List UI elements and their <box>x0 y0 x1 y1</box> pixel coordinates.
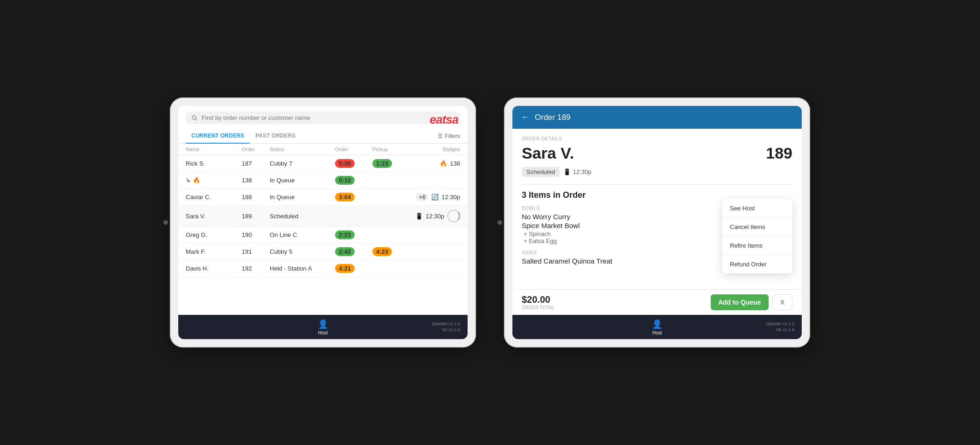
host-button-right[interactable]: 👤 Host <box>652 319 662 335</box>
right-tablet-content: ← Order 189 ORDER DETAILS Sara V. 189 Sc… <box>512 106 802 339</box>
search-input[interactable] <box>202 114 342 121</box>
customer-name: Sara V. <box>522 144 574 162</box>
row-order-badge: 0:10 <box>335 176 372 185</box>
add-to-queue-button[interactable]: Add to Queue <box>711 294 769 310</box>
left-tablet: eatsa CURRENT ORDERS PAST ORDERS ☰ Filte… <box>170 97 476 348</box>
redirect-icon: ↳ <box>186 177 191 184</box>
row-name: Caviar C. <box>186 194 242 201</box>
total-section: $20.00 ORDER TOTAL <box>522 294 554 310</box>
bottom-bar-right: 👤 Host OpsMan v1.1.0SK v1.2.8 <box>512 315 802 339</box>
row-status: In Queue <box>270 194 335 201</box>
pickup-time: 12:30p <box>441 194 460 201</box>
col-badges: Badges <box>410 146 460 152</box>
right-tablet-screen: ← Order 189 ORDER DETAILS Sara V. 189 Sc… <box>512 106 802 339</box>
version-text-right: OpsMan v1.1.0SK v1.2.8 <box>766 321 794 333</box>
row-name: Sara V. <box>186 213 242 220</box>
col-name: Name <box>186 146 242 152</box>
row-order-num: 138 <box>242 177 270 184</box>
right-tablet: ← Order 189 ORDER DETAILS Sara V. 189 Sc… <box>504 97 810 348</box>
order-detail-header: ← Order 189 <box>512 106 802 129</box>
table-row[interactable]: Rick S. 187 Cubby 7 5:30 1:23 🔥 138 <box>178 155 468 172</box>
table-row[interactable]: Sara V. 189 Scheduled 📱 12:30p <box>178 206 468 227</box>
host-button[interactable]: 👤 Host <box>318 319 328 335</box>
tab-current-orders[interactable]: CURRENT ORDERS <box>186 129 250 144</box>
pickup-time-badge: 4:23 <box>372 247 392 256</box>
phone-icon-small: 📱 <box>563 168 571 175</box>
row-order-num: 192 <box>242 265 270 272</box>
badge-count: 138 <box>450 160 460 167</box>
filters-button[interactable]: ☰ Filters <box>438 133 460 139</box>
row-pickup-badge: 4:23 <box>372 247 410 256</box>
order-details-label: ORDER DETAILS <box>522 136 792 141</box>
row-name: Davis H. <box>186 265 242 272</box>
col-status: Status <box>270 146 335 152</box>
x-button[interactable]: X <box>772 294 792 310</box>
search-icon <box>191 115 198 121</box>
order-time-badge: 2:42 <box>335 247 355 256</box>
pickup-time-badge: 1:23 <box>372 159 392 168</box>
host-label-right: Host <box>652 330 662 335</box>
col-order: Order <box>242 146 270 152</box>
order-time-badge: 0:10 <box>335 176 355 185</box>
refresh-icon: 🔄 <box>431 194 439 201</box>
search-bar[interactable] <box>186 111 460 124</box>
order-tags: Scheduled 📱 12:30p <box>522 167 792 177</box>
host-label: Host <box>318 330 328 335</box>
row-order-badge: 5:30 <box>335 159 372 168</box>
back-button[interactable]: ← <box>521 112 529 122</box>
row-status: Cubby 5 <box>270 248 335 255</box>
row-order-num: 191 <box>242 248 270 255</box>
table-row[interactable]: Mark F. 191 Cubby 5 2:42 4:23 <box>178 243 468 260</box>
pickup-time: 12:30p <box>426 213 444 220</box>
version-text: OpsMan v1.1.0SK v1.2.8 <box>432 321 460 333</box>
row-name: Rick S. <box>186 160 242 167</box>
row-badges: 🔥 138 <box>410 160 460 167</box>
table-row[interactable]: Greg G. 190 On Line C 2:23 <box>178 227 468 243</box>
order-total-label: ORDER TOTAL <box>522 305 554 310</box>
scroll-indicator <box>447 209 460 222</box>
order-number: 189 <box>766 144 792 162</box>
order-time-badge: 4:21 <box>335 264 355 273</box>
order-time-badge: 2:23 <box>335 230 355 239</box>
phone-icon: 📱 <box>415 213 423 220</box>
row-order-num: 190 <box>242 231 270 238</box>
table-row[interactable]: Caviar C. 188 In Queue 3:04 +6 🔄 12:30p <box>178 189 468 206</box>
context-menu: See Host Cancel Items Refire Items Refun… <box>722 199 792 273</box>
order-total-amount: $20.00 <box>522 294 554 305</box>
col-order-time: Order <box>335 146 372 152</box>
plus-badge: +6 <box>416 193 428 201</box>
row-status: On Line C <box>270 231 335 238</box>
tab-past-orders[interactable]: PAST ORDERS <box>250 129 301 144</box>
table-row[interactable]: ↳ 🔥 138 In Queue 0:10 <box>178 172 468 189</box>
host-icon: 👤 <box>318 319 328 329</box>
row-name: ↳ 🔥 <box>186 177 242 184</box>
context-menu-refund-order[interactable]: Refund Order <box>722 255 792 273</box>
row-order-num: 188 <box>242 194 270 201</box>
filters-label: Filters <box>445 133 460 139</box>
fire-icon: 🔥 <box>440 160 447 167</box>
context-menu-cancel-items[interactable]: Cancel Items <box>722 218 792 236</box>
footer-actions: Add to Queue X <box>711 294 792 310</box>
row-order-badge: 2:23 <box>335 230 372 239</box>
order-name-row: Sara V. 189 <box>522 144 792 162</box>
context-menu-refire-items[interactable]: Refire Items <box>722 236 792 255</box>
col-pickup: Pickup <box>372 146 410 152</box>
context-menu-see-host[interactable]: See Host <box>722 199 792 218</box>
row-status: In Queue <box>270 177 335 184</box>
row-pickup-badge: 1:23 <box>372 159 410 168</box>
svg-line-1 <box>196 118 197 120</box>
row-order-badge: 3:04 <box>335 193 372 202</box>
row-status: Cubby 7 <box>270 160 335 167</box>
scheduled-tag: Scheduled <box>522 167 560 177</box>
filter-icon: ☰ <box>438 133 443 139</box>
eatsa-logo: eatsa <box>430 112 459 127</box>
bottom-bar: 👤 Host OpsMan v1.1.0SK v1.2.8 <box>178 315 468 339</box>
table-row[interactable]: Davis H. 192 Held - Station A 4:21 <box>178 260 468 277</box>
row-name: Mark F. <box>186 248 242 255</box>
host-icon-right: 👤 <box>652 319 662 329</box>
order-footer: $20.00 ORDER TOTAL Add to Queue X <box>512 289 802 315</box>
row-order-badge: 4:21 <box>335 264 372 273</box>
row-order-badge: 2:42 <box>335 247 372 256</box>
divider <box>522 184 792 185</box>
tablet-dot-right <box>497 220 502 225</box>
